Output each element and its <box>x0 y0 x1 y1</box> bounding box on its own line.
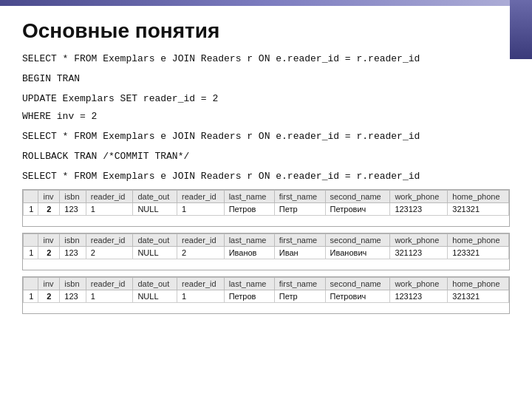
col-second-name: second_name <box>325 190 390 202</box>
col-reader-id-1: reader_id <box>86 277 133 290</box>
code-section-6: SELECT * FROM Exemplars e JOIN Readers r… <box>22 169 510 185</box>
cell-reader-id-2: 1 <box>177 290 225 302</box>
result-table-1: inv isbn reader_id date_out reader_id la… <box>22 189 510 227</box>
code-section-3: UPDATE Exemplars SET reader_id = 2 WHERE… <box>22 92 510 126</box>
col-second-name: second_name <box>325 277 390 290</box>
col-reader-id-1: reader_id <box>86 190 133 202</box>
cell-isbn: 123 <box>60 290 86 302</box>
col-date-out: date_out <box>133 233 177 246</box>
col-work-phone: work_phone <box>390 277 448 290</box>
cell-first-name: Петр <box>274 290 325 302</box>
page-title: Основные понятия <box>22 19 510 43</box>
code-section-2: BEGIN TRAN <box>22 72 510 87</box>
col-date-out: date_out <box>133 190 177 202</box>
cell-inv: 2 <box>38 202 60 215</box>
code-line-7: SELECT * FROM Exemplars e JOIN Readers r… <box>22 169 510 185</box>
side-decorative-accent <box>510 0 532 59</box>
cell-work-phone: 321123 <box>390 246 448 259</box>
table-row: 1 2 123 1 NULL 1 Петров Петр Петрович 12… <box>24 202 509 215</box>
cell-reader-id-1: 2 <box>86 246 133 259</box>
cell-reader-id-2: 2 <box>177 246 225 259</box>
row-num: 1 <box>24 246 38 259</box>
row-num: 1 <box>24 290 38 302</box>
cell-date-out: NULL <box>133 246 177 259</box>
cell-home-phone: 123321 <box>448 246 509 259</box>
cell-isbn: 123 <box>60 202 86 215</box>
cell-last-name: Иванов <box>224 246 274 259</box>
col-isbn: isbn <box>60 233 86 246</box>
col-work-phone: work_phone <box>390 190 448 202</box>
table-row: 1 2 123 2 NULL 2 Иванов Иван Иванович 32… <box>24 246 509 259</box>
col-reader-id-1: reader_id <box>86 233 133 246</box>
cell-inv: 2 <box>38 246 60 259</box>
table-1: inv isbn reader_id date_out reader_id la… <box>23 190 509 216</box>
col-home-phone: home_phone <box>448 277 509 290</box>
cell-first-name: Иван <box>274 246 325 259</box>
col-last-name: last_name <box>224 233 274 246</box>
row-num: 1 <box>24 202 38 215</box>
code-line-5: SELECT * FROM Exemplars e JOIN Readers r… <box>22 129 510 145</box>
table-2-header: inv isbn reader_id date_out reader_id la… <box>24 233 509 246</box>
cell-work-phone: 123123 <box>390 202 448 215</box>
cell-reader-id-1: 1 <box>86 202 133 215</box>
cell-reader-id-1: 1 <box>86 290 133 302</box>
col-first-name: first_name <box>274 277 325 290</box>
cell-home-phone: 321321 <box>448 202 509 215</box>
tables-container: inv isbn reader_id date_out reader_id la… <box>22 189 510 314</box>
table-3-header: inv isbn reader_id date_out reader_id la… <box>24 277 509 290</box>
col-work-phone: work_phone <box>390 233 448 246</box>
col-inv: inv <box>38 233 60 246</box>
col-rownum <box>24 277 38 290</box>
cell-reader-id-2: 1 <box>177 202 225 215</box>
col-date-out: date_out <box>133 277 177 290</box>
col-last-name: last_name <box>224 277 274 290</box>
code-section-4: SELECT * FROM Exemplars e JOIN Readers r… <box>22 129 510 145</box>
cell-isbn: 123 <box>60 246 86 259</box>
cell-first-name: Петр <box>274 202 325 215</box>
col-reader-id-2: reader_id <box>177 233 225 246</box>
cell-second-name: Петрович <box>325 202 390 215</box>
col-reader-id-2: reader_id <box>177 277 225 290</box>
result-table-2: inv isbn reader_id date_out reader_id la… <box>22 233 510 270</box>
code-line-2: BEGIN TRAN <box>22 72 510 87</box>
col-first-name: first_name <box>274 233 325 246</box>
col-last-name: last_name <box>224 190 274 202</box>
col-first-name: first_name <box>274 190 325 202</box>
col-isbn: isbn <box>60 277 86 290</box>
col-second-name: second_name <box>325 233 390 246</box>
col-isbn: isbn <box>60 190 86 202</box>
top-decorative-bar <box>0 0 532 6</box>
col-rownum <box>24 233 38 246</box>
table-2: inv isbn reader_id date_out reader_id la… <box>23 233 509 259</box>
cell-home-phone: 321321 <box>448 290 509 302</box>
code-section-5: ROLLBACK TRAN /*COMMIT TRAN*/ <box>22 149 510 165</box>
col-reader-id-2: reader_id <box>177 190 225 202</box>
cell-inv: 2 <box>38 290 60 302</box>
code-line-1: SELECT * FROM Exemplars e JOIN Readers r… <box>22 52 510 67</box>
col-home-phone: home_phone <box>448 190 509 202</box>
table-3: inv isbn reader_id date_out reader_id la… <box>23 277 509 303</box>
cell-date-out: NULL <box>133 290 177 302</box>
code-line-6: ROLLBACK TRAN /*COMMIT TRAN*/ <box>22 149 510 165</box>
code-section-1: SELECT * FROM Exemplars e JOIN Readers r… <box>22 52 510 67</box>
code-line-4: WHERE inv = 2 <box>22 109 510 125</box>
col-inv: inv <box>38 190 60 202</box>
cell-second-name: Петрович <box>325 290 390 302</box>
cell-last-name: Петров <box>224 290 274 302</box>
table-row: 1 2 123 1 NULL 1 Петров Петр Петрович 12… <box>24 290 509 302</box>
col-inv: inv <box>38 277 60 290</box>
code-line-3: UPDATE Exemplars SET reader_id = 2 <box>22 92 510 107</box>
cell-last-name: Петров <box>224 202 274 215</box>
result-table-3: inv isbn reader_id date_out reader_id la… <box>22 276 510 314</box>
cell-second-name: Иванович <box>325 246 390 259</box>
cell-work-phone: 123123 <box>390 290 448 302</box>
table-1-header: inv isbn reader_id date_out reader_id la… <box>24 190 509 202</box>
col-rownum <box>24 190 38 202</box>
cell-date-out: NULL <box>133 202 177 215</box>
col-home-phone: home_phone <box>448 233 509 246</box>
